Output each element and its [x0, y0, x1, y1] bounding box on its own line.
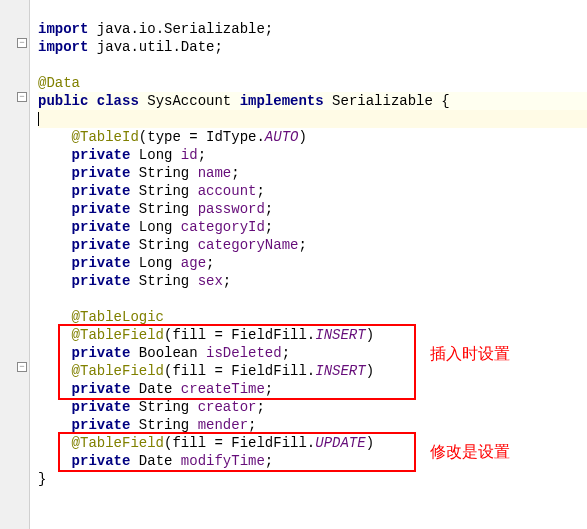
code-line: import java.util.Date;	[38, 38, 587, 56]
caret-icon	[38, 112, 39, 126]
field: password	[198, 201, 265, 217]
code-editor: − − − import java.io.Serializable; impor…	[0, 0, 587, 529]
code-line: import java.io.Serializable;	[38, 20, 587, 38]
annotation: @TableLogic	[72, 309, 164, 325]
type: Long	[130, 147, 180, 163]
keyword: private	[72, 453, 131, 469]
code-line: private String creator;	[38, 398, 587, 416]
field: id	[181, 147, 198, 163]
field: categoryName	[198, 237, 299, 253]
code-line: private Date createTime;	[38, 380, 587, 398]
caret-line	[38, 110, 587, 128]
type: String	[130, 399, 197, 415]
text: (fill = FieldFill.	[164, 435, 315, 451]
annotation-insert-label: 插入时设置	[430, 344, 510, 365]
code-line: public class SysAccount implements Seria…	[38, 92, 587, 110]
code-line: }	[38, 470, 587, 488]
keyword: private	[72, 255, 131, 271]
code-line: @TableField(fill = FieldFill.INSERT)	[38, 326, 587, 344]
text: (type = IdType.	[139, 129, 265, 145]
text: ;	[265, 381, 273, 397]
keyword: private	[72, 345, 131, 361]
text: ;	[198, 147, 206, 163]
field: name	[198, 165, 232, 181]
annotation-update-label: 修改是设置	[430, 442, 510, 463]
field: sex	[198, 273, 223, 289]
annotation: @TableField	[72, 327, 164, 343]
code-line: private String categoryName;	[38, 236, 587, 254]
package: java.io.Serializable;	[88, 21, 273, 37]
keyword: import	[38, 39, 88, 55]
code-line: private Long categoryId;	[38, 218, 587, 236]
keyword: private	[72, 201, 131, 217]
keyword: public class	[38, 93, 139, 109]
type: Long	[130, 219, 180, 235]
type: String	[130, 165, 197, 181]
text: )	[366, 363, 374, 379]
keyword: private	[72, 237, 131, 253]
text: ;	[206, 255, 214, 271]
keyword: implements	[240, 93, 324, 109]
fold-icon[interactable]: −	[17, 38, 27, 48]
keyword: private	[72, 273, 131, 289]
field: modifyTime	[181, 453, 265, 469]
text: ;	[282, 345, 290, 361]
package: java.util.Date;	[88, 39, 222, 55]
type: Date	[130, 453, 180, 469]
code-line: @Data	[38, 74, 587, 92]
type: String	[130, 183, 197, 199]
keyword: private	[72, 417, 131, 433]
enum-value: UPDATE	[315, 435, 365, 451]
text: (fill = FieldFill.	[164, 327, 315, 343]
text: (fill = FieldFill.	[164, 363, 315, 379]
type: String	[130, 417, 197, 433]
text: )	[366, 435, 374, 451]
keyword: private	[72, 219, 131, 235]
field: mender	[198, 417, 248, 433]
type: String	[130, 237, 197, 253]
text: )	[298, 129, 306, 145]
text: ;	[248, 417, 256, 433]
text: ;	[223, 273, 231, 289]
fold-icon[interactable]: −	[17, 92, 27, 102]
keyword: import	[38, 21, 88, 37]
keyword: private	[72, 183, 131, 199]
annotation: @TableField	[72, 435, 164, 451]
code-line: private String password;	[38, 200, 587, 218]
type: String	[130, 201, 197, 217]
code-line	[38, 56, 587, 74]
keyword: private	[72, 165, 131, 181]
keyword: private	[72, 399, 131, 415]
field: categoryId	[181, 219, 265, 235]
field: creator	[198, 399, 257, 415]
code-line: private Long id;	[38, 146, 587, 164]
code-line: private Long age;	[38, 254, 587, 272]
code-area[interactable]: import java.io.Serializable; import java…	[30, 0, 587, 529]
type: Long	[130, 255, 180, 271]
type: String	[130, 273, 197, 289]
annotation: @Data	[38, 75, 80, 91]
field: account	[198, 183, 257, 199]
field: createTime	[181, 381, 265, 397]
gutter: − − −	[0, 0, 30, 529]
code-line	[38, 2, 587, 20]
code-line: @TableId(type = IdType.AUTO)	[38, 128, 587, 146]
field: age	[181, 255, 206, 271]
type: Date	[130, 381, 180, 397]
text: ;	[256, 183, 264, 199]
text: ;	[231, 165, 239, 181]
keyword: private	[72, 381, 131, 397]
text: ;	[265, 453, 273, 469]
text: ;	[265, 219, 273, 235]
text: )	[366, 327, 374, 343]
code-line: private String mender;	[38, 416, 587, 434]
code-line: private String account;	[38, 182, 587, 200]
fold-icon[interactable]: −	[17, 362, 27, 372]
enum-value: INSERT	[315, 363, 365, 379]
code-line: private String sex;	[38, 272, 587, 290]
field: isDeleted	[206, 345, 282, 361]
implements: Serializable {	[324, 93, 450, 109]
code-line: @TableLogic	[38, 308, 587, 326]
code-line: private String name;	[38, 164, 587, 182]
text: ;	[298, 237, 306, 253]
